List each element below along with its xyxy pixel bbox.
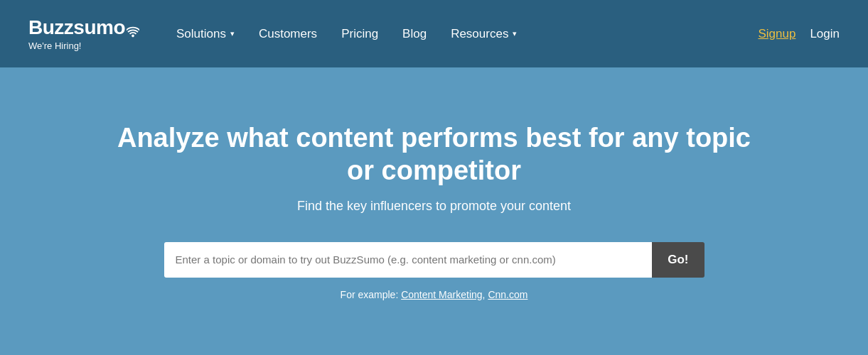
- brand-name-text: Buzzsumo: [28, 16, 125, 39]
- hero-subtitle: Find the key influencers to promote your…: [297, 199, 571, 214]
- login-link[interactable]: Login: [810, 27, 840, 41]
- nav-pricing[interactable]: Pricing: [333, 21, 387, 47]
- search-container: Go!: [164, 242, 704, 278]
- example-text: For example: Content Marketing, Cnn.com: [341, 289, 528, 300]
- hiring-text: We're Hiring!: [28, 40, 139, 51]
- nav-links: Solutions ▾ Customers Pricing Blog Resou…: [168, 21, 758, 47]
- navbar: Buzzsumo We're Hiring! Solutions ▾ Custo…: [0, 0, 868, 67]
- example-link-cnn[interactable]: Cnn.com: [488, 289, 527, 300]
- brand: Buzzsumo We're Hiring!: [28, 16, 139, 51]
- brand-logo[interactable]: Buzzsumo: [28, 16, 139, 39]
- example-link-content-marketing[interactable]: Content Marketing: [401, 289, 482, 300]
- signup-link[interactable]: Signup: [758, 27, 795, 41]
- search-input[interactable]: [164, 242, 653, 278]
- nav-right: Signup Login: [758, 27, 840, 41]
- wifi-icon: [127, 20, 139, 31]
- example-prefix: For example:: [341, 289, 402, 300]
- search-button[interactable]: Go!: [652, 242, 704, 278]
- nav-blog[interactable]: Blog: [394, 21, 435, 47]
- nav-resources[interactable]: Resources ▾: [442, 21, 525, 47]
- chevron-down-icon-resources: ▾: [513, 29, 517, 38]
- chevron-down-icon: ▾: [230, 29, 235, 38]
- hero-title: Analyze what content performs best for a…: [114, 122, 754, 187]
- hero-section: Analyze what content performs best for a…: [0, 67, 868, 355]
- nav-customers[interactable]: Customers: [250, 21, 326, 47]
- nav-solutions[interactable]: Solutions ▾: [168, 21, 243, 47]
